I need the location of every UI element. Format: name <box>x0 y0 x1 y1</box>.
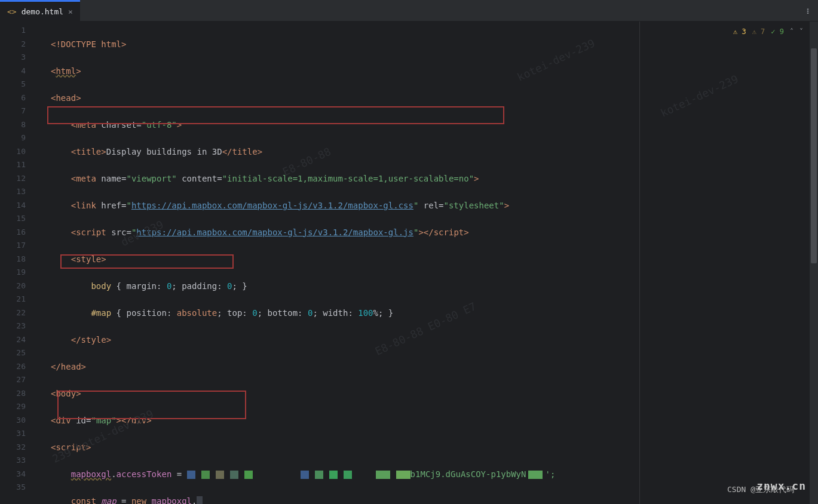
line-number[interactable]: 6 <box>0 91 39 105</box>
line-number[interactable]: 22 <box>0 306 39 320</box>
line-number[interactable]: 20 <box>0 279 39 293</box>
line-number[interactable]: 16 <box>0 226 39 239</box>
line-number[interactable]: 23 <box>0 319 39 333</box>
tab-menu-icon[interactable]: ⋯ <box>803 8 814 13</box>
line-number[interactable]: 30 <box>0 414 39 428</box>
html-file-icon: <> <box>7 7 17 16</box>
code-line: </style> <box>51 333 806 347</box>
editor: 1 2 3 4 5 6 7 8 9 10 11 12 13 14 15 16 1… <box>0 21 818 504</box>
line-number[interactable]: 13 <box>0 185 39 199</box>
line-number[interactable]: 25 <box>0 346 39 360</box>
line-number[interactable]: 1 <box>0 24 39 38</box>
caret-selection <box>197 496 203 505</box>
line-number[interactable]: 18 <box>0 253 39 266</box>
line-number[interactable]: 4 <box>0 64 39 78</box>
line-number[interactable]: 26 <box>0 360 39 374</box>
code-line: <head> <box>51 91 806 105</box>
file-tab[interactable]: <> demo.html × <box>0 0 80 21</box>
code-line: <body> <box>51 387 806 401</box>
close-icon[interactable]: × <box>68 7 73 16</box>
code-line: </head> <box>51 360 806 374</box>
line-number[interactable]: 33 <box>0 454 39 468</box>
line-number[interactable]: 8 <box>0 118 39 132</box>
line-number[interactable]: 19 <box>0 266 39 279</box>
code-line: <div id="map"></div> <box>51 414 806 428</box>
line-number[interactable]: 31 <box>0 427 39 441</box>
line-number[interactable]: 24 <box>0 333 39 347</box>
line-number[interactable]: 10 <box>0 145 39 159</box>
line-number[interactable]: 5 <box>0 78 39 91</box>
redacted-token <box>187 471 410 479</box>
line-number[interactable]: 2 <box>0 38 39 51</box>
code-line: <!DOCTYPE html> <box>51 38 806 51</box>
line-number[interactable]: 7 <box>0 105 39 118</box>
code-line: <meta name="viewport" content="initial-s… <box>51 172 806 186</box>
scrollbar-thumb[interactable] <box>811 48 817 263</box>
code-line: <html> <box>51 64 806 78</box>
line-number[interactable]: 17 <box>0 239 39 253</box>
corner-watermark: znwx.cn <box>756 480 806 492</box>
code-line: <style> <box>51 253 806 266</box>
code-line: <link href="https://api.mapbox.com/mapbo… <box>51 199 806 213</box>
line-number[interactable]: 21 <box>0 293 39 306</box>
code-area[interactable]: <!DOCTYPE html> <html> <head> <meta char… <box>39 21 818 504</box>
code-line: const map = new mapboxgl. <box>51 494 806 505</box>
tab-bar: <> demo.html × ⋯ <box>0 0 818 21</box>
line-number[interactable]: 34 <box>0 468 39 481</box>
line-number[interactable]: 28 <box>0 387 39 401</box>
line-number[interactable]: 14 <box>0 199 39 213</box>
gutter: 1 2 3 4 5 6 7 8 9 10 11 12 13 14 15 16 1… <box>0 21 39 504</box>
code-line: body { margin: 0; padding: 0; } <box>51 279 806 293</box>
scrollbar[interactable] <box>810 21 818 504</box>
line-number[interactable]: 12 <box>0 172 39 186</box>
line-number[interactable]: 29 <box>0 400 39 414</box>
line-number[interactable]: 11 <box>0 158 39 172</box>
code-line: #map { position: absolute; top: 0; botto… <box>51 306 806 320</box>
code-line: <title>Display buildings in 3D</title> <box>51 145 806 159</box>
line-number[interactable]: 3 <box>0 51 39 64</box>
tab-filename: demo.html <box>22 7 63 16</box>
code-line: <script src="https://api.mapbox.com/mapb… <box>51 226 806 239</box>
right-margin-guide <box>639 21 640 504</box>
line-number[interactable]: 35 <box>0 481 39 494</box>
code-line: <meta charset="utf-8"> <box>51 118 806 132</box>
line-number[interactable]: 27 <box>0 373 39 387</box>
code-line: <script> <box>51 441 806 454</box>
line-number[interactable]: 15 <box>0 212 39 226</box>
code-line: mapboxgl.accessToken = b1MCj9.dGuAsCOY-p… <box>51 468 806 481</box>
line-number[interactable]: 32 <box>0 441 39 454</box>
line-number[interactable]: 9 <box>0 131 39 145</box>
